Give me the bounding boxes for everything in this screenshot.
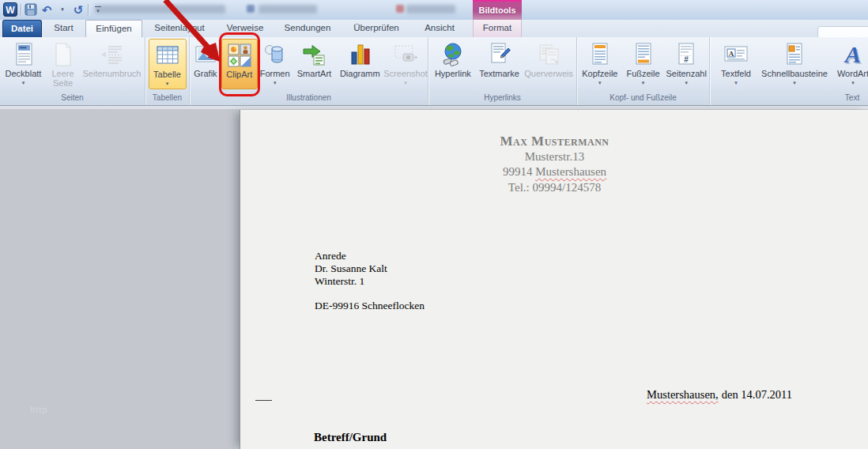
chevron-down-icon: ▾ — [61, 6, 64, 13]
chevron-down-icon: ▾ — [851, 80, 855, 85]
ribbon: Deckblatt ▾ Leere Seite — [0, 37, 868, 106]
ribbon-group-text: A Textfeld ▾ — [710, 37, 868, 105]
watermark-text: http — [30, 405, 47, 414]
blank-page-icon — [53, 40, 74, 69]
tab-start[interactable]: Start — [42, 20, 85, 37]
screenshot-icon — [393, 40, 418, 69]
tab-einfuegen[interactable]: Einfügen — [85, 20, 142, 37]
chart-icon — [348, 40, 372, 69]
fold-mark — [255, 400, 272, 401]
button-label: Textfeld — [721, 69, 751, 78]
tab-sendungen[interactable]: Sendungen — [274, 20, 342, 37]
page-break-icon — [100, 40, 125, 69]
titlebar: W ↶ ▾ ↺ ▾ Bildtools — [0, 0, 868, 20]
date-line: Mustershausen,den 14.07.2011 — [647, 388, 792, 402]
footer-icon — [632, 40, 655, 69]
chevron-down-icon: ▾ — [598, 80, 602, 85]
seitenumbruch-button[interactable]: Seitenumbruch — [80, 39, 145, 89]
chevron-down-icon: ▾ — [685, 80, 688, 85]
leere-seite-button[interactable]: Leere Seite — [47, 39, 80, 89]
button-label: Formen — [260, 69, 290, 78]
svg-text:A: A — [729, 50, 734, 58]
cross-reference-icon — [537, 40, 560, 69]
ribbon-group-kopf-fusszeile: Kopfzeile ▾ Fußzeile — [577, 37, 710, 105]
seitenzahl-button[interactable]: # Seitenzahl ▾ — [663, 39, 709, 89]
tab-format-bildtools[interactable]: Format — [473, 20, 522, 37]
spellcheck-underline: Mustershausen, — [647, 388, 719, 401]
blurred-favicon — [247, 5, 255, 13]
save-button[interactable] — [25, 2, 37, 17]
letterhead-name: Max Mustermann — [240, 134, 868, 149]
button-label: Kopfzeile — [582, 69, 617, 78]
group-label: Tabellen — [145, 92, 189, 105]
querverweis-button[interactable]: Querverweis — [521, 39, 576, 89]
button-label: Seitenzahl — [666, 69, 706, 78]
smartart-icon — [302, 40, 326, 69]
blank-line — [315, 288, 425, 300]
recipient-line: Winterstr. 1 — [315, 275, 425, 288]
button-label: Leere Seite — [47, 69, 80, 88]
quick-access-toolbar: W ↶ ▾ ↺ ▾ — [3, 2, 104, 17]
button-label: WordArt — [837, 69, 868, 78]
chevron-down-icon: ▾ — [274, 80, 277, 85]
button-label: Textmarke — [479, 69, 519, 78]
page-number-icon: # — [675, 40, 697, 69]
button-label: Querverweis — [524, 69, 573, 78]
button-label: SmartArt — [297, 69, 331, 78]
smartart-button[interactable]: SmartArt — [292, 39, 337, 89]
group-label: Kopf- und Fußzeile — [577, 92, 709, 105]
word-window: W ↶ ▾ ↺ ▾ Bildtools — [0, 0, 868, 449]
blurred-favicon — [396, 5, 404, 13]
wordart-icon: A — [845, 40, 861, 69]
tab-ansicht[interactable]: Ansicht — [411, 20, 468, 37]
shapes-icon — [263, 40, 287, 69]
chevron-down-icon: ▾ — [166, 81, 169, 86]
undo-icon: ↶ — [42, 4, 52, 16]
hyperlink-globe-icon — [441, 40, 465, 69]
diagramm-button[interactable]: Diagramm — [336, 39, 383, 89]
button-label: Hyperlink — [435, 69, 471, 78]
letterhead-street: Musterstr.13 — [240, 149, 868, 165]
toolbar-separator — [21, 4, 21, 16]
schnellbausteine-button[interactable]: Schnellbausteine ▾ — [757, 39, 832, 89]
document-canvas: http Max Mustermann Musterstr.13 99914 M… — [0, 106, 868, 449]
redo-icon: ↺ — [74, 4, 84, 16]
blurred-window-title — [259, 5, 317, 13]
chevron-down-icon: ▾ — [734, 80, 738, 85]
tab-ueberpruefen[interactable]: Überprüfen — [342, 20, 411, 37]
text-box-icon: A — [723, 40, 749, 69]
recipient-line: DE-99916 Schneeflocken — [315, 300, 425, 312]
undo-button[interactable]: ↶ — [40, 2, 53, 17]
fusszeile-button[interactable]: Fußzeile ▾ — [623, 39, 664, 89]
kopfzeile-button[interactable]: Kopfzeile ▾ — [577, 39, 623, 89]
recipient-line: Anrede — [315, 250, 425, 262]
contextual-tab-group-header: Bildtools — [473, 0, 522, 20]
textmarke-button[interactable]: Textmarke — [477, 39, 522, 89]
group-label: Text — [710, 92, 868, 105]
deckblatt-button[interactable]: Deckblatt ▾ — [1, 39, 47, 89]
undo-dropdown[interactable]: ▾ — [56, 2, 69, 17]
word-logo-icon[interactable]: W — [3, 2, 17, 17]
ribbon-group-seiten: Deckblatt ▾ Leere Seite — [0, 37, 145, 105]
cover-page-icon — [12, 40, 36, 69]
group-label: Seiten — [0, 92, 145, 105]
formen-button[interactable]: Formen ▾ — [258, 39, 292, 89]
chevron-down-icon: ▾ — [793, 80, 796, 85]
recipient-address: Anrede Dr. Susanne Kalt Winterstr. 1 DE-… — [315, 250, 425, 312]
hyperlink-button[interactable]: Hyperlink — [428, 39, 477, 89]
button-label: Diagramm — [340, 69, 380, 78]
wordart-button[interactable]: A WordArt ▾ — [832, 39, 868, 89]
toolbar-separator — [88, 4, 89, 16]
quick-parts-icon — [783, 40, 806, 69]
spellcheck-underline: Mustershausen — [535, 165, 606, 178]
bookmark-icon — [488, 40, 511, 69]
textfeld-button[interactable]: A Textfeld ▾ — [715, 39, 757, 89]
annotation-arrow — [158, 0, 237, 71]
screenshot-button[interactable]: Screenshot ▾ — [383, 39, 428, 89]
button-label: Screenshot — [383, 69, 428, 78]
tab-datei[interactable]: Datei — [2, 20, 42, 37]
recipient-line: Dr. Susanne Kalt — [315, 262, 425, 275]
redo-button[interactable]: ↺ — [72, 2, 85, 17]
document-page[interactable]: Max Mustermann Musterstr.13 99914 Muster… — [240, 110, 868, 449]
group-label: Hyperlinks — [428, 92, 576, 105]
